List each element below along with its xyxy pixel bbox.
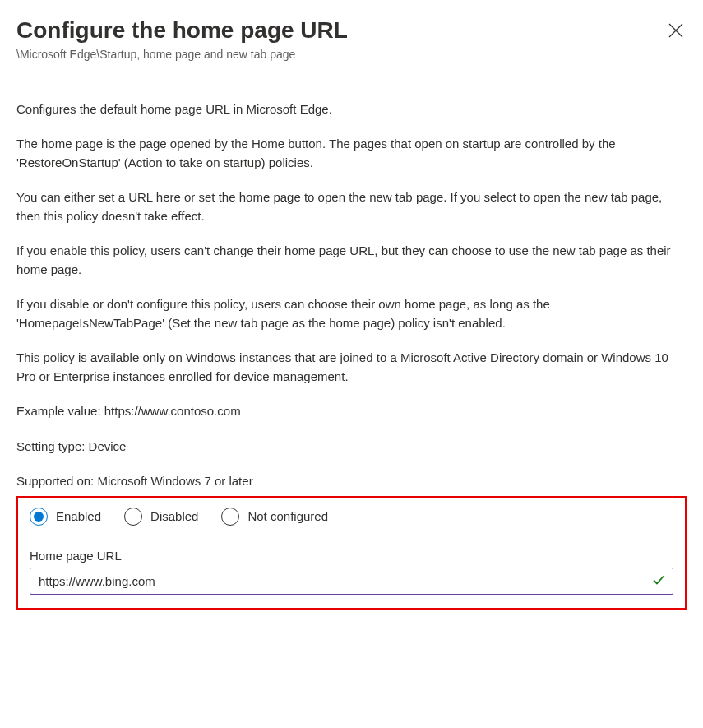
description-text: If you enable this policy, users can't c… [16, 242, 687, 279]
close-icon [668, 28, 683, 40]
supported-on: Supported on: Microsoft Windows 7 or lat… [16, 472, 687, 491]
radio-disabled[interactable]: Disabled [124, 508, 198, 526]
setting-type: Setting type: Device [16, 438, 687, 457]
description-text: You can either set a URL here or set the… [16, 188, 687, 225]
settings-panel: Enabled Disabled Not configured Home pag… [16, 496, 687, 610]
radio-icon [124, 508, 142, 526]
description-text: The home page is the page opened by the … [16, 135, 687, 172]
radio-icon [221, 508, 239, 526]
homepage-url-input[interactable] [30, 568, 673, 595]
radio-icon [30, 508, 48, 526]
description-text: This policy is available only on Windows… [16, 349, 687, 386]
page-title: Configure the home page URL [16, 16, 348, 44]
radio-label: Enabled [56, 509, 101, 523]
radio-not-configured[interactable]: Not configured [221, 508, 328, 526]
radio-enabled[interactable]: Enabled [30, 508, 101, 526]
radio-label: Disabled [150, 509, 198, 523]
homepage-url-input-wrap [30, 568, 673, 595]
description-text: If you disable or don't configure this p… [16, 295, 687, 332]
state-radio-group: Enabled Disabled Not configured [30, 508, 673, 526]
homepage-url-label: Home page URL [30, 549, 673, 563]
example-value: Example value: https://www.contoso.com [16, 402, 687, 421]
radio-dot-icon [34, 512, 44, 522]
description-block: Configures the default home page URL in … [16, 100, 687, 491]
breadcrumb: \Microsoft Edge\Startup, home page and n… [16, 48, 687, 61]
radio-label: Not configured [247, 509, 328, 523]
description-text: Configures the default home page URL in … [16, 100, 687, 119]
close-button[interactable] [665, 20, 687, 44]
